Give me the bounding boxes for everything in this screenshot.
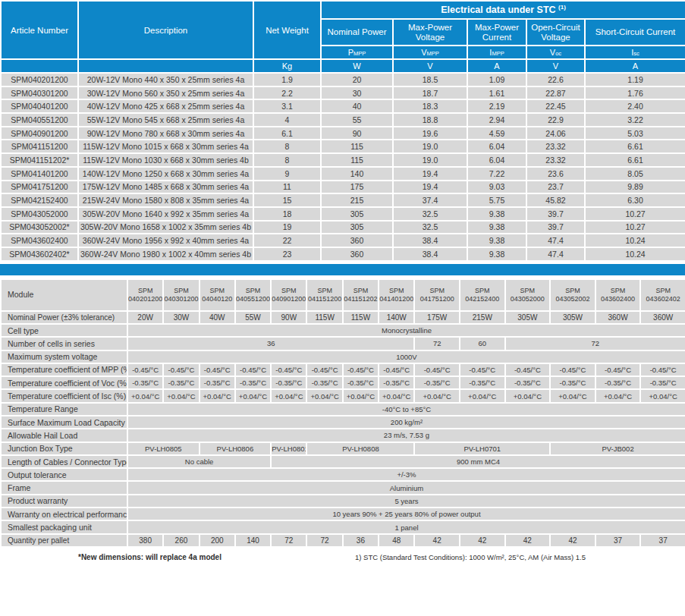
spec-value-cell: 90W xyxy=(271,311,306,324)
spec-value-cell: -0.35/°C xyxy=(271,376,306,389)
article-row: SPM04040120040W-12V Mono 425 x 668 x 25m… xyxy=(1,99,685,113)
isc-cell: 9.89 xyxy=(585,181,685,194)
spec-row-label: Temperature Range xyxy=(1,403,127,416)
impp-cell: 9.03 xyxy=(467,181,526,194)
voc-cell: 22.9 xyxy=(526,113,585,127)
article-row: SPM041751200175W-12V Mono 1485 x 668 x 3… xyxy=(1,181,685,194)
spec-value-cell: 20W xyxy=(127,311,163,324)
spec-value-cell: Aluminium xyxy=(127,481,685,494)
spec-value-cell: -0.35/°C xyxy=(200,376,235,389)
spec-value-cell: -0.45/°C xyxy=(343,363,379,376)
spec-value-cell: +0.04/°C xyxy=(306,389,342,402)
impp-cell: 1.61 xyxy=(467,86,526,100)
isc-cell: 10.24 xyxy=(585,234,685,247)
spec-row: Length of Cables / Connector TypeNo cabl… xyxy=(1,455,685,468)
spec-row: Warranty on electrical performance10 yea… xyxy=(1,508,685,520)
description-header: Description xyxy=(78,1,253,59)
spec-value-cell: 36 xyxy=(343,534,379,547)
spec-value-cell: SPM 042152400 xyxy=(460,279,505,311)
isc-symbol: Isc xyxy=(585,46,685,59)
spec-value-cell: 72 xyxy=(505,337,685,350)
vmpp-symbol: VMPP xyxy=(393,46,467,59)
spec-value-cell: +0.04/°C xyxy=(379,389,414,402)
impp-symbol: IMPP xyxy=(467,46,526,59)
spec-value-cell: -0.45/°C xyxy=(550,363,595,376)
pmpp-cell: 115 xyxy=(321,140,393,153)
net-weight-cell: 1.9 xyxy=(253,73,321,86)
voc-cell: 24.06 xyxy=(526,127,585,140)
spec-value-cell: 360W xyxy=(595,311,641,324)
open-circuit-voltage-header: Open-Circuit Voltage xyxy=(526,19,585,46)
voc-cell: 47.4 xyxy=(526,247,585,261)
separator-bar xyxy=(0,264,685,275)
isc-cell: 10.27 xyxy=(585,221,685,234)
vmpp-unit: V xyxy=(393,59,467,73)
pmpp-cell: 115 xyxy=(321,153,393,167)
spec-value-cell: 305W xyxy=(550,311,595,324)
net-weight-cell: 23 xyxy=(253,247,321,261)
pmpp-cell: 305 xyxy=(321,221,393,234)
spec-value-cell: 115W xyxy=(343,311,379,324)
spec-value-cell: -0.35/°C xyxy=(127,376,163,389)
article-number-cell: SPM043602402* xyxy=(1,247,78,261)
impp-cell: 6.04 xyxy=(467,140,526,153)
spec-value-cell: +0.04/°C xyxy=(343,389,379,402)
vmpp-cell: 37.4 xyxy=(393,193,467,207)
article-row: SPM04030120030W-12V Mono 560 x 350 x 25m… xyxy=(1,86,685,100)
net-weight-header: Net Weight xyxy=(253,1,321,59)
spec-value-cell: PV-LH0701 xyxy=(414,442,550,455)
spec-value-cell: 10 years 90% + 25 years 80% of power out… xyxy=(127,508,685,520)
spec-row: Temperature coefficient of MPP (%)-0.45/… xyxy=(1,363,685,376)
spec-row: Temperature coefficient of Voc (%)-0.35/… xyxy=(1,376,685,389)
net-weight-cell: 8 xyxy=(253,140,321,153)
pmpp-cell: 90 xyxy=(321,127,393,140)
spec-value-cell: -0.35/°C xyxy=(550,376,595,389)
vmpp-cell: 38.4 xyxy=(393,247,467,261)
spec-row: Output tolerance+/-3% xyxy=(1,468,685,481)
spec-value-cell: -0.35/°C xyxy=(379,376,414,389)
spec-value-cell: -0.35/°C xyxy=(235,376,271,389)
article-number-cell: SPM040201200 xyxy=(1,73,78,86)
article-number-cell: SPM043052000 xyxy=(1,207,78,221)
short-circuit-current-header: Short-Circuit Current xyxy=(585,19,685,46)
pmpp-cell: 140 xyxy=(321,167,393,181)
spec-value-cell: SPM 040301200 xyxy=(163,279,199,311)
article-number-cell: SPM043602400 xyxy=(1,234,78,247)
vmpp-cell: 19.4 xyxy=(393,167,467,181)
spec-row-label: Temperature coefficient of Isc (%) xyxy=(1,389,127,402)
spec-row-label: Surface Maximum Load Capacity xyxy=(1,416,127,429)
header-title-row: Article Number Description Net Weight El… xyxy=(1,1,685,19)
spec-value-cell: PV-LH0808 xyxy=(306,442,414,455)
article-row: SPM041401200140W-12V Mono 1250 x 668 x 3… xyxy=(1,167,685,181)
spec-value-cell: SPM 043052000 xyxy=(505,279,551,311)
impp-cell: 7.22 xyxy=(467,167,526,181)
description-cell: 360W-24V Mono 1956 x 992 x 40mm series 4… xyxy=(78,234,253,247)
spec-value-cell: SPM 043602400 xyxy=(595,279,641,311)
spec-row-label: Number of cells in series xyxy=(1,337,127,350)
spec-value-cell: No cable xyxy=(127,455,271,468)
spec-value-cell: SPM 043052002 xyxy=(550,279,595,311)
description-cell: 360W-24V Mono 1980 x 1002 x 40mm series … xyxy=(78,247,253,261)
net-weight-cell: 18 xyxy=(253,207,321,221)
impp-cell: 9.38 xyxy=(467,234,526,247)
spec-value-cell: SPM 041401200 xyxy=(379,279,414,311)
spec-row-label: Quantity per pallet xyxy=(1,534,127,547)
isc-cell: 10.24 xyxy=(585,247,685,261)
spec-value-cell: 42 xyxy=(414,534,460,547)
spec-value-cell: PV-LH0806 xyxy=(200,442,272,455)
spec-value-cell: 200 kg/m² xyxy=(127,416,685,429)
article-number-cell: SPM041151202* xyxy=(1,153,78,167)
net-weight-cell: 4 xyxy=(253,113,321,127)
spec-value-cell: 42 xyxy=(550,534,595,547)
spec-value-cell: 42 xyxy=(505,534,551,547)
spec-value-cell: 200 xyxy=(200,534,235,547)
spec-value-cell: 380 xyxy=(127,534,163,547)
spec-row: Product warranty5 years xyxy=(1,495,685,508)
spec-value-cell: -40°C to +85°C xyxy=(127,403,685,416)
spec-value-cell: -0.45/°C xyxy=(200,363,235,376)
article-row: SPM043052002*305W-20V Mono 1658 x 1002 x… xyxy=(1,221,685,234)
isc-cell: 6.61 xyxy=(585,140,685,153)
spec-value-cell: -0.45/°C xyxy=(414,363,460,376)
spec-value-cell: 72 xyxy=(414,337,460,350)
spec-row: Quantity per pallet380260200140727236484… xyxy=(1,534,685,547)
